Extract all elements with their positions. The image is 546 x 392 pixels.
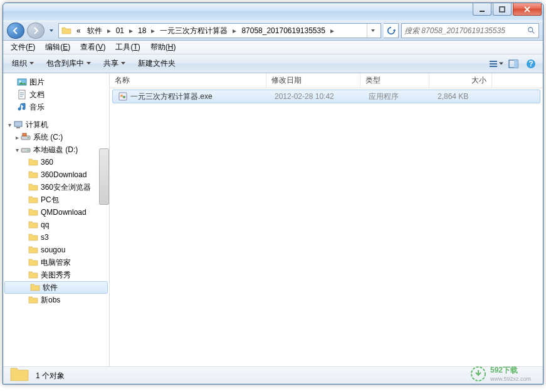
breadcrumb-item[interactable]: 01 [113, 24, 127, 38]
back-button[interactable] [7, 23, 24, 39]
chevron-right-icon[interactable]: ▸ [329, 26, 335, 35]
file-row[interactable]: 一元三次方程计算器.exe 2012-02-28 10:42 应用程序 2,86… [112, 90, 540, 103]
menu-tools[interactable]: 工具(T) [110, 41, 145, 54]
watermark-url: www.592xz.com [490, 376, 531, 382]
breadcrumb-item[interactable]: 18 [135, 24, 149, 38]
menu-edit[interactable]: 编辑(E) [40, 41, 75, 54]
address-bar: « 软件▸ 01▸ 18▸ 一元三次方程计算器▸ 87058_201706191… [3, 21, 543, 41]
svg-point-22 [123, 96, 125, 98]
menu-help[interactable]: 帮助(H) [145, 41, 181, 54]
folder-icon [28, 295, 38, 305]
tree-label: 音乐 [29, 102, 45, 113]
music-icon [17, 102, 27, 112]
menu-file[interactable]: 文件(F) [6, 41, 40, 54]
include-button[interactable]: 包含到库中 [41, 56, 96, 71]
search-icon [527, 26, 536, 35]
breadcrumb-item[interactable]: 软件 [85, 24, 105, 38]
folder-icon [28, 207, 38, 217]
tree-library[interactable]: 文档 [3, 88, 109, 101]
svg-point-21 [120, 95, 123, 97]
tree-folder[interactable]: QMDownload [3, 206, 109, 219]
logo-icon [470, 366, 486, 382]
doc-icon [17, 90, 27, 100]
forward-button[interactable] [27, 23, 45, 39]
tree-label: 电脑管家 [41, 257, 71, 268]
refresh-button[interactable] [384, 23, 399, 38]
tree-folder[interactable]: 软件 [4, 281, 108, 294]
folder-icon [28, 232, 38, 242]
address-dropdown[interactable] [367, 24, 378, 38]
computer-icon [13, 120, 23, 130]
column-headers: 名称 修改日期 类型 大小 [110, 73, 543, 88]
tree-label: s3 [41, 233, 49, 242]
search-field[interactable] [404, 26, 527, 35]
tree-label: 360 [41, 158, 53, 167]
help-button[interactable]: ? [523, 57, 539, 71]
chevron-right-icon[interactable]: ▸ [150, 26, 156, 35]
col-type[interactable]: 类型 [360, 73, 429, 88]
chevron-right-icon[interactable]: ▸ [106, 26, 112, 35]
tree-folder[interactable]: s3 [3, 231, 109, 244]
pictures-icon [17, 77, 27, 87]
tree-library[interactable]: 音乐 [3, 101, 109, 113]
expand-icon[interactable]: ▾ [6, 121, 13, 128]
tree-folder[interactable]: PC包 [3, 193, 109, 206]
tree-computer[interactable]: ▾ 计算机 [3, 118, 109, 131]
tree-folder[interactable]: 新obs [3, 294, 109, 306]
svg-rect-4 [490, 63, 497, 64]
tree-folder[interactable]: 360Download [3, 168, 109, 181]
breadcrumb-item[interactable]: 87058_20170619135535 [239, 24, 327, 38]
folder-icon [28, 195, 38, 205]
minimize-button[interactable] [473, 3, 491, 16]
col-size[interactable]: 大小 [429, 73, 492, 88]
tree-label: 新obs [41, 295, 60, 306]
menu-view[interactable]: 查看(V) [75, 41, 110, 54]
breadcrumb-item[interactable]: 一元三次方程计算器 [157, 24, 230, 38]
tree-label: 360安全浏览器 [41, 182, 91, 193]
svg-rect-20 [119, 93, 127, 100]
close-button[interactable] [513, 3, 542, 16]
organize-button[interactable]: 组织 [7, 56, 39, 71]
tree-folder[interactable]: sougou [3, 244, 109, 256]
drive-icon [21, 145, 31, 155]
tree-drive[interactable]: ▸ 系统 (C:) [3, 131, 109, 143]
chevron-right-icon[interactable]: ▸ [128, 26, 134, 35]
maximize-button[interactable] [493, 3, 512, 16]
svg-point-16 [28, 137, 29, 138]
breadcrumb-prefix[interactable]: « [74, 24, 83, 38]
svg-rect-17 [23, 133, 26, 136]
exe-icon [118, 91, 128, 101]
svg-rect-1 [500, 7, 505, 12]
svg-rect-3 [490, 61, 497, 62]
drive-icon [21, 132, 31, 142]
tree-folder[interactable]: 电脑管家 [3, 256, 109, 269]
preview-pane-button[interactable] [505, 57, 522, 71]
tree-label: 图片 [29, 77, 45, 88]
tree-folder[interactable]: 360 [3, 156, 109, 168]
tree-folder[interactable]: qq [3, 219, 109, 231]
tree-label: PC包 [41, 195, 59, 205]
share-button[interactable]: 共享 [98, 56, 130, 71]
watermark-brand: 592下载 [490, 366, 518, 374]
view-options-button[interactable] [488, 57, 504, 71]
tree-library[interactable]: 图片 [3, 76, 109, 88]
tree-label: 美图秀秀 [41, 270, 71, 281]
svg-point-11 [19, 81, 21, 83]
svg-rect-5 [490, 66, 497, 67]
nav-history-dropdown[interactable] [47, 24, 56, 38]
tree-folder[interactable]: 360安全浏览器 [3, 181, 109, 193]
folder-icon [28, 220, 38, 230]
scrollbar-thumb[interactable] [99, 148, 109, 205]
expand-icon[interactable]: ▸ [13, 134, 21, 141]
newfolder-button[interactable]: 新建文件夹 [133, 56, 181, 71]
expand-icon[interactable]: ▾ [13, 147, 21, 153]
tree-folder[interactable]: 美图秀秀 [3, 269, 109, 281]
nav-tree: 图片 文档 音乐 ▾ 计算机 ▸ 系统 (C:) ▾ 本地磁盘 (D:) 360 [3, 73, 110, 366]
col-date[interactable]: 修改日期 [266, 73, 360, 88]
col-name[interactable]: 名称 [110, 73, 266, 88]
search-input[interactable] [401, 23, 539, 38]
tree-drive[interactable]: ▾ 本地磁盘 (D:) [3, 143, 109, 156]
svg-point-19 [28, 150, 29, 151]
breadcrumb[interactable]: « 软件▸ 01▸ 18▸ 一元三次方程计算器▸ 87058_201706191… [58, 23, 381, 38]
chevron-right-icon[interactable]: ▸ [231, 26, 238, 35]
